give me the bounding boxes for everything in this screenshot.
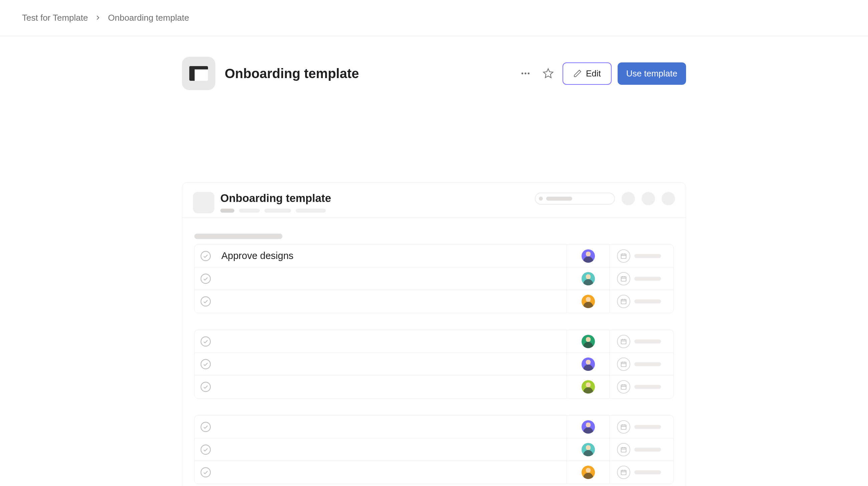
preview-search-skeleton xyxy=(535,193,615,205)
date-skeleton xyxy=(634,425,661,429)
more-actions-button[interactable] xyxy=(517,65,534,82)
check-circle-icon[interactable] xyxy=(200,250,211,262)
calendar-icon xyxy=(617,295,630,308)
due-date-cell[interactable] xyxy=(609,376,673,398)
assignee-cell[interactable] xyxy=(566,416,609,438)
date-skeleton xyxy=(634,277,661,281)
calendar-icon xyxy=(617,443,630,456)
assignee-cell[interactable] xyxy=(566,245,609,267)
check-circle-icon[interactable] xyxy=(200,421,211,432)
svg-point-19 xyxy=(201,467,210,477)
task-row[interactable] xyxy=(195,290,673,313)
due-date-cell[interactable] xyxy=(609,353,673,375)
avatar xyxy=(582,249,595,263)
check-circle-icon[interactable] xyxy=(200,273,211,284)
check-circle-icon[interactable] xyxy=(200,381,211,393)
svg-point-5 xyxy=(201,274,210,283)
calendar-icon xyxy=(617,357,630,371)
preview-action-skeleton xyxy=(642,192,655,205)
pencil-icon xyxy=(573,69,582,78)
page-title: Onboarding template xyxy=(225,66,508,81)
task-row[interactable] xyxy=(195,416,673,438)
task-row[interactable] xyxy=(195,267,673,290)
edit-button-label: Edit xyxy=(586,68,601,79)
task-section xyxy=(194,415,674,484)
assignee-cell[interactable] xyxy=(566,376,609,398)
avatar xyxy=(582,380,595,393)
calendar-icon xyxy=(617,249,630,263)
preview-action-skeleton xyxy=(662,192,675,205)
check-circle-icon[interactable] xyxy=(200,358,211,370)
date-skeleton xyxy=(634,385,661,389)
favorite-button[interactable] xyxy=(540,65,557,82)
svg-point-9 xyxy=(201,336,210,346)
task-row[interactable]: Approve designs xyxy=(195,245,673,267)
svg-point-3 xyxy=(201,251,210,260)
use-template-button[interactable]: Use template xyxy=(618,62,686,85)
check-circle-icon[interactable] xyxy=(200,467,211,478)
date-skeleton xyxy=(634,299,661,303)
avatar xyxy=(582,466,595,479)
svg-point-17 xyxy=(201,445,210,454)
edit-button[interactable]: Edit xyxy=(562,62,612,85)
svg-rect-8 xyxy=(621,299,626,304)
svg-rect-10 xyxy=(621,339,626,344)
breadcrumb-parent[interactable]: Test for Template xyxy=(22,13,88,23)
avatar xyxy=(582,335,595,348)
check-circle-icon[interactable] xyxy=(200,336,211,347)
svg-point-7 xyxy=(201,297,210,306)
calendar-icon xyxy=(617,466,630,479)
task-section xyxy=(194,330,674,398)
preview-tabs-skeleton xyxy=(220,208,331,213)
due-date-cell[interactable] xyxy=(609,267,673,290)
breadcrumb: Test for Template Onboarding template xyxy=(0,0,868,36)
due-date-cell[interactable] xyxy=(609,245,673,267)
due-date-cell[interactable] xyxy=(609,330,673,353)
due-date-cell[interactable] xyxy=(609,416,673,438)
svg-rect-4 xyxy=(621,254,626,258)
breadcrumb-current: Onboarding template xyxy=(108,13,189,23)
calendar-icon xyxy=(617,335,630,348)
svg-rect-20 xyxy=(621,470,626,475)
svg-point-0 xyxy=(522,72,523,74)
due-date-cell[interactable] xyxy=(609,290,673,313)
task-row[interactable] xyxy=(195,461,673,484)
svg-rect-16 xyxy=(621,425,626,429)
task-row[interactable] xyxy=(195,330,673,353)
preview-action-skeleton xyxy=(622,192,635,205)
svg-point-11 xyxy=(201,359,210,368)
svg-rect-6 xyxy=(621,277,626,281)
avatar xyxy=(582,272,595,285)
calendar-icon xyxy=(617,420,630,433)
assignee-cell[interactable] xyxy=(566,461,609,484)
assignee-cell[interactable] xyxy=(566,267,609,290)
check-circle-icon[interactable] xyxy=(200,296,211,307)
task-row[interactable] xyxy=(195,438,673,461)
date-skeleton xyxy=(634,448,661,452)
avatar xyxy=(582,357,595,371)
avatar xyxy=(582,420,595,433)
section-header-skeleton xyxy=(194,234,282,239)
assignee-cell[interactable] xyxy=(566,290,609,313)
calendar-icon xyxy=(617,380,630,393)
assignee-cell[interactable] xyxy=(566,330,609,353)
chevron-right-icon xyxy=(95,14,101,22)
svg-point-13 xyxy=(201,382,210,392)
template-header: Onboarding template Edit Use template xyxy=(182,57,686,90)
task-row[interactable] xyxy=(195,353,673,376)
preview-project-icon xyxy=(193,192,214,213)
date-skeleton xyxy=(634,254,661,258)
avatar xyxy=(582,443,595,456)
task-name: Approve designs xyxy=(221,250,293,261)
assignee-cell[interactable] xyxy=(566,353,609,375)
assignee-cell[interactable] xyxy=(566,438,609,461)
due-date-cell[interactable] xyxy=(609,461,673,484)
template-icon xyxy=(182,57,215,90)
calendar-icon xyxy=(617,272,630,285)
svg-rect-14 xyxy=(621,385,626,389)
avatar xyxy=(582,295,595,308)
due-date-cell[interactable] xyxy=(609,438,673,461)
task-row[interactable] xyxy=(195,376,673,398)
check-circle-icon[interactable] xyxy=(200,444,211,455)
svg-rect-18 xyxy=(621,448,626,452)
